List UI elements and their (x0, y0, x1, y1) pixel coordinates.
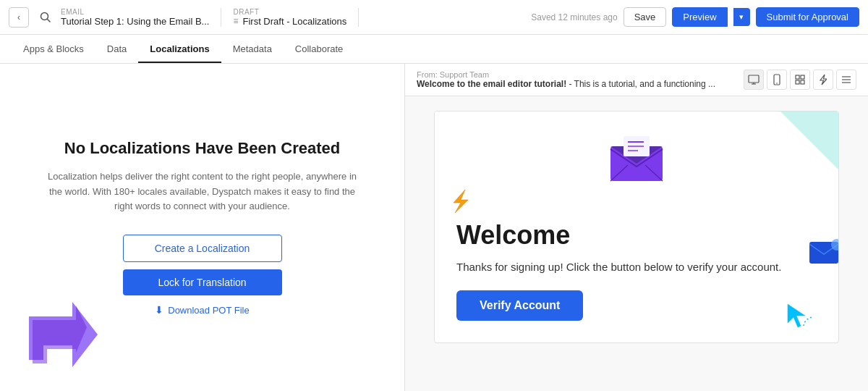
teal-decoration (780, 112, 838, 169)
envelope-icon (608, 133, 665, 184)
top-bar-left: ‹ EMAIL Tutorial Step 1: Using the Email… (9, 7, 359, 28)
right-panel: From: Support Team Welcome to the email … (405, 64, 868, 391)
email-title: Tutorial Step 1: Using the Email B... (61, 16, 209, 27)
cursor-decoration (780, 297, 817, 335)
left-panel: No Localizations Have Been Created Local… (0, 64, 405, 391)
search-button[interactable] (35, 7, 55, 28)
email-header-section (435, 112, 838, 198)
email-preview-header: From: Support Team Welcome to the email … (405, 64, 868, 96)
create-localization-button[interactable]: Create a Localization (123, 235, 282, 262)
mobile-view-button[interactable] (767, 70, 787, 90)
svg-rect-11 (796, 80, 799, 84)
view-controls (744, 70, 856, 90)
list-icon (841, 75, 851, 84)
desktop-view-button[interactable] (744, 70, 764, 90)
save-button[interactable]: Save (624, 7, 667, 27)
svg-marker-16 (780, 112, 838, 169)
download-icon: ⬇ (155, 304, 163, 316)
top-bar: ‹ EMAIL Tutorial Step 1: Using the Email… (0, 0, 868, 35)
subject-rest: - This is a tutorial, and a functioning … (566, 79, 715, 89)
search-icon (40, 12, 51, 22)
draft-section: DRAFT ≡ First Draft - Localizations (233, 8, 359, 27)
back-button[interactable]: ‹ (9, 7, 29, 28)
grid-view-button[interactable] (790, 70, 810, 90)
from-section: From: Support Team Welcome to the email … (417, 70, 715, 89)
preview-button[interactable]: Preview (672, 7, 727, 27)
no-localizations-title: No Localizations Have Been Created (64, 139, 340, 158)
download-pot-label: Download POT File (168, 305, 249, 316)
tab-data[interactable]: Data (95, 36, 138, 63)
svg-rect-10 (801, 75, 804, 79)
tab-metadata[interactable]: Metadata (221, 36, 284, 63)
tab-apps-blocks[interactable]: Apps & Blocks (12, 36, 95, 63)
submit-button[interactable]: Submit for Approval (756, 7, 859, 27)
download-pot-link[interactable]: ⬇ Download POT File (155, 304, 249, 316)
email-label: EMAIL (61, 8, 209, 16)
grid-icon (795, 75, 805, 85)
lightning-icon (820, 74, 827, 85)
main-layout: No Localizations Have Been Created Local… (0, 64, 868, 391)
mobile-icon (773, 74, 780, 85)
breadcrumb-section: EMAIL Tutorial Step 1: Using the Email B… (61, 8, 221, 27)
tab-collaborate[interactable]: Collaborate (284, 36, 355, 63)
no-localizations-desc: Localization helps deliver the right con… (43, 169, 361, 214)
svg-line-1 (47, 20, 50, 22)
verify-account-button[interactable]: Verify Account (456, 290, 583, 321)
side-envelope-decoration (808, 235, 839, 273)
top-bar-right: Saved 12 minutes ago Save Preview ▾ Subm… (531, 7, 859, 27)
from-label: From: Support Team (417, 70, 715, 79)
email-content-area: Welcome Thanks for signing up! Click the… (405, 96, 868, 391)
lock-translation-button[interactable]: Lock for Translation (123, 269, 282, 295)
tab-bar: Apps & Blocks Data Localizations Metadat… (0, 35, 868, 64)
draft-label: DRAFT (233, 8, 346, 16)
arrow-decoration (7, 280, 101, 377)
lightning-view-button[interactable] (813, 70, 833, 90)
preview-dropdown-button[interactable]: ▾ (733, 8, 750, 26)
subject-bold: Welcome to the email editor tutorial! (417, 79, 566, 89)
lightning-bolt-decoration (449, 188, 471, 216)
svg-point-8 (776, 83, 778, 84)
svg-rect-12 (801, 80, 804, 84)
svg-rect-9 (796, 75, 799, 79)
envelope-icon-wrap (608, 133, 665, 184)
saved-text: Saved 12 minutes ago (531, 12, 617, 22)
draft-title: ≡ First Draft - Localizations (233, 16, 346, 27)
list-view-button[interactable] (836, 70, 856, 90)
welcome-desc: Thanks for signing up! Click the button … (456, 259, 817, 276)
svg-rect-4 (749, 75, 759, 83)
tab-localizations[interactable]: Localizations (138, 36, 221, 63)
email-body: Welcome Thanks for signing up! Click the… (435, 198, 838, 342)
desktop-icon (748, 75, 760, 85)
email-card: Welcome Thanks for signing up! Click the… (434, 111, 839, 343)
welcome-title: Welcome (456, 220, 817, 251)
subject-line: Welcome to the email editor tutorial! - … (417, 79, 715, 89)
lines-icon: ≡ (233, 16, 238, 26)
